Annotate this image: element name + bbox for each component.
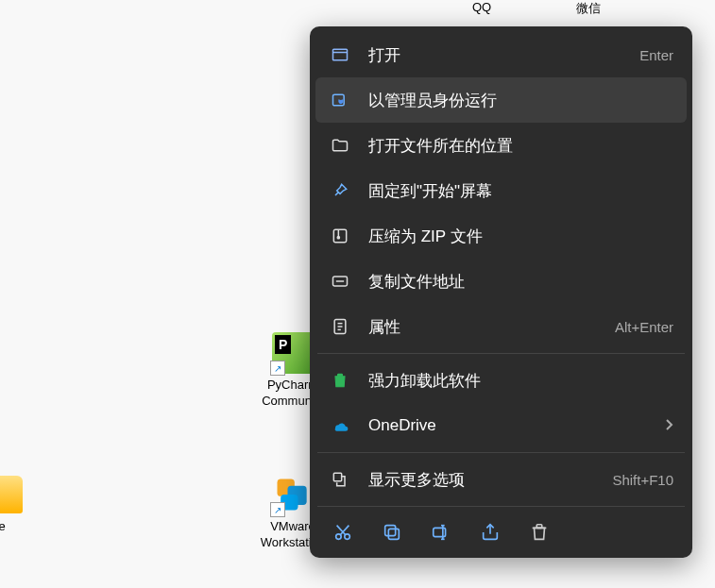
chevron-right-icon [664, 418, 673, 434]
menu-item-show-more[interactable]: 显示更多选项 Shift+F10 [315, 457, 687, 502]
copy-path-icon [329, 270, 351, 293]
menu-item-uninstall[interactable]: 强力卸载此软件 [315, 358, 687, 403]
menu-item-compress-zip[interactable]: 压缩为 ZIP 文件 [315, 213, 687, 259]
folder-open-icon [329, 134, 351, 157]
svg-rect-28 [536, 525, 542, 529]
context-menu-actions-bar [315, 511, 687, 552]
menu-label: 显示更多选项 [368, 469, 612, 491]
svg-rect-21 [388, 529, 399, 539]
menu-label: 属性 [368, 316, 615, 338]
menu-label: 压缩为 ZIP 文件 [368, 226, 673, 247]
vmware-icon: ↗ [270, 472, 315, 517]
menu-label: 强力卸载此软件 [368, 370, 673, 392]
rename-icon[interactable] [431, 522, 451, 543]
more-options-icon [329, 468, 351, 491]
menu-label: 打开文件所在的位置 [368, 135, 673, 157]
menu-item-properties[interactable]: 属性 Alt+Enter [315, 304, 687, 349]
menu-item-open-location[interactable]: 打开文件所在的位置 [315, 123, 687, 168]
context-menu: 打开 Enter 以管理员身份运行 打开文件所在的位置 固定到"开始"屏幕 压缩… [310, 26, 692, 558]
svg-rect-22 [385, 526, 396, 536]
menu-item-onedrive[interactable]: OneDrive [315, 403, 687, 448]
onedrive-icon [329, 414, 351, 437]
delete-icon[interactable] [529, 522, 550, 543]
menu-shortcut: Alt+Enter [615, 319, 673, 335]
menu-item-copy-path[interactable]: 复制文件地址 [315, 259, 687, 304]
menu-item-pin-start[interactable]: 固定到"开始"屏幕 [315, 168, 687, 213]
svg-rect-3 [333, 49, 348, 60]
folder-icon [0, 472, 23, 517]
menu-label: 复制文件地址 [368, 271, 673, 293]
menu-shortcut: Shift+F10 [612, 472, 673, 488]
properties-icon [329, 315, 351, 338]
trash-icon [329, 369, 351, 392]
bg-label: QQ [472, 0, 491, 14]
shield-icon [329, 89, 351, 111]
svg-rect-15 [338, 374, 343, 377]
shortcut-arrow-icon: ↗ [270, 361, 285, 376]
open-icon [329, 43, 351, 66]
shortcut-arrow-icon: ↗ [270, 502, 285, 517]
pin-icon [329, 179, 351, 202]
icon-label: re [0, 519, 6, 535]
menu-shortcut: Enter [639, 47, 673, 63]
svg-point-8 [337, 237, 339, 239]
menu-separator [317, 506, 685, 507]
svg-rect-6 [333, 229, 346, 242]
menu-item-run-admin[interactable]: 以管理员身份运行 [315, 77, 687, 123]
menu-separator [317, 452, 685, 453]
svg-rect-23 [434, 528, 446, 536]
zip-icon [329, 225, 351, 247]
menu-label: OneDrive [368, 416, 656, 435]
menu-label: 固定到"开始"屏幕 [368, 180, 673, 202]
menu-item-open[interactable]: 打开 Enter [315, 32, 687, 77]
desktop-icon-folder[interactable]: re [0, 472, 38, 535]
pycharm-icon: P ↗ [270, 330, 315, 376]
menu-separator [317, 353, 685, 354]
menu-label: 以管理员身份运行 [368, 90, 673, 111]
cut-icon[interactable] [332, 522, 353, 543]
svg-rect-16 [333, 473, 341, 480]
share-icon[interactable] [480, 522, 501, 543]
copy-icon[interactable] [382, 522, 402, 543]
menu-label: 打开 [368, 44, 639, 66]
bg-label: 微信 [576, 0, 601, 17]
